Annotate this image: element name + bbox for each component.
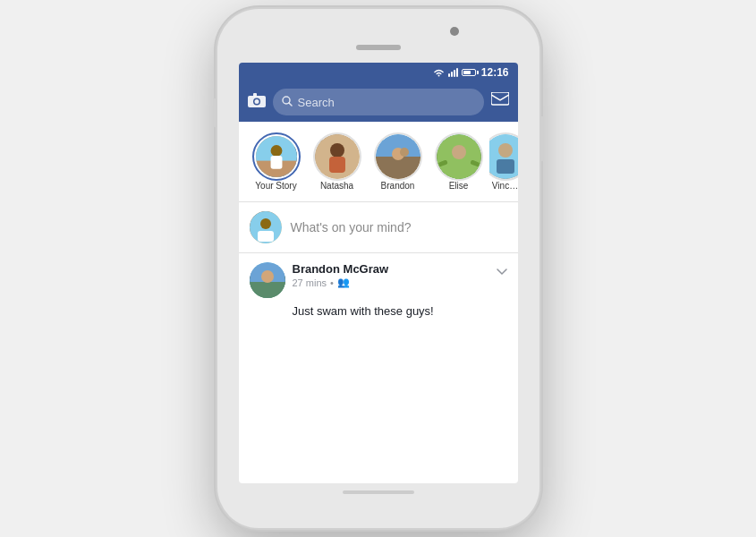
post-meta: Brandon McGraw 27 mins • 👥 <box>293 262 489 288</box>
story-name-natasha: Natasha <box>320 181 353 191</box>
svg-rect-6 <box>491 92 509 105</box>
post-header: Brandon McGraw 27 mins • 👥 <box>239 253 518 303</box>
battery-icon <box>462 69 476 76</box>
story-name-brandon: Brandon <box>381 181 415 191</box>
story-ring-your-story <box>252 132 301 181</box>
post-author-avatar <box>250 262 285 298</box>
svg-rect-24 <box>497 159 514 174</box>
story-name-elise: Elise <box>449 181 469 191</box>
svg-point-30 <box>261 270 274 283</box>
svg-point-17 <box>400 148 409 157</box>
camera-button[interactable] <box>248 93 266 111</box>
svg-point-26 <box>260 218 271 229</box>
svg-rect-10 <box>270 156 282 169</box>
nav-bar: Search <box>239 82 518 122</box>
post-chevron-icon[interactable] <box>497 262 507 278</box>
stories-section: Your Story Natasha <box>239 122 518 202</box>
story-avatar-brandon-wrapper <box>374 132 422 181</box>
post-audience-icon: 👥 <box>337 277 350 288</box>
status-bar: 12:16 <box>239 63 518 82</box>
story-avatar-natasha-wrapper <box>313 132 361 181</box>
wifi-icon <box>433 68 445 77</box>
phone-screen: 12:16 Search <box>239 63 518 483</box>
home-bar-area <box>239 483 518 501</box>
story-name-vince: Vinc… <box>492 181 518 191</box>
status-icons: 12:16 <box>433 66 509 79</box>
post-time-text: 27 mins <box>293 277 327 288</box>
svg-point-2 <box>254 99 259 104</box>
story-item-your-story[interactable]: Your Story <box>246 132 307 191</box>
svg-point-12 <box>330 143 344 158</box>
story-name-your-story: Your Story <box>255 181 296 191</box>
signal-icon <box>448 68 458 77</box>
post-section: Brandon McGraw 27 mins • 👥 Just swam wit… <box>239 253 518 483</box>
phone-top-bar <box>217 9 539 63</box>
status-update-box[interactable]: What's on your mind? <box>239 202 518 253</box>
svg-rect-29 <box>250 282 285 298</box>
post-author-name: Brandon McGraw <box>293 262 489 276</box>
story-avatar-elise-wrapper <box>435 132 483 181</box>
front-camera <box>450 27 459 36</box>
svg-point-9 <box>270 145 282 157</box>
story-item-natasha[interactable]: Natasha <box>307 132 368 191</box>
speaker <box>356 45 401 50</box>
story-avatar-your-story <box>256 136 297 177</box>
svg-point-19 <box>452 145 466 159</box>
svg-rect-27 <box>258 231 274 242</box>
post-time: 27 mins • 👥 <box>293 277 489 288</box>
story-item-brandon[interactable]: Brandon <box>368 132 429 191</box>
phone-device: 12:16 Search <box>217 9 539 528</box>
search-placeholder: Search <box>298 96 335 109</box>
svg-rect-3 <box>253 93 257 97</box>
user-avatar-status <box>250 211 282 243</box>
inbox-button[interactable] <box>491 92 509 113</box>
story-avatar-vince-wrapper <box>489 132 518 181</box>
svg-line-5 <box>289 103 292 106</box>
status-prompt-text[interactable]: What's on your mind? <box>291 220 507 234</box>
home-indicator[interactable] <box>343 490 414 494</box>
search-icon <box>282 96 293 109</box>
svg-rect-13 <box>329 157 345 173</box>
stories-scroll: Your Story Natasha <box>239 132 518 191</box>
svg-point-23 <box>498 143 513 158</box>
story-item-vince[interactable]: Vinc… <box>489 132 518 191</box>
search-bar[interactable]: Search <box>273 89 484 115</box>
story-item-elise[interactable]: Elise <box>429 132 489 191</box>
post-separator: • <box>330 277 334 288</box>
post-text-preview: Just swam with these guys! <box>239 303 518 327</box>
status-time: 12:16 <box>481 66 509 79</box>
